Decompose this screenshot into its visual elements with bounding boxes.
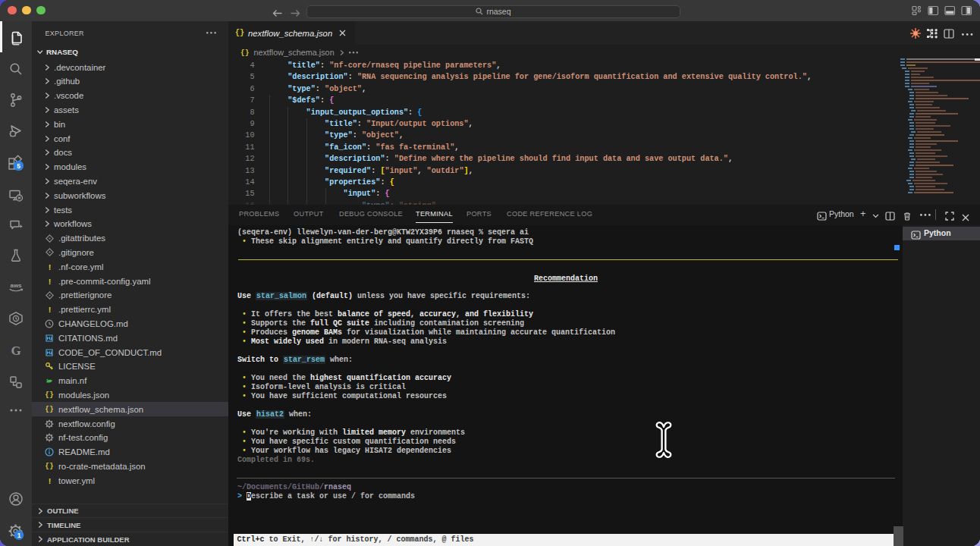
svg-text:1: 1 [17,532,21,539]
svg-text:!: ! [47,263,52,271]
svg-text:5: 5 [17,162,20,170]
svg-text:!: ! [47,477,52,485]
svg-text:G: G [11,344,20,358]
svg-text:!: ! [47,306,52,314]
svg-text:aws: aws [10,282,22,289]
svg-text:!: ! [47,278,52,286]
